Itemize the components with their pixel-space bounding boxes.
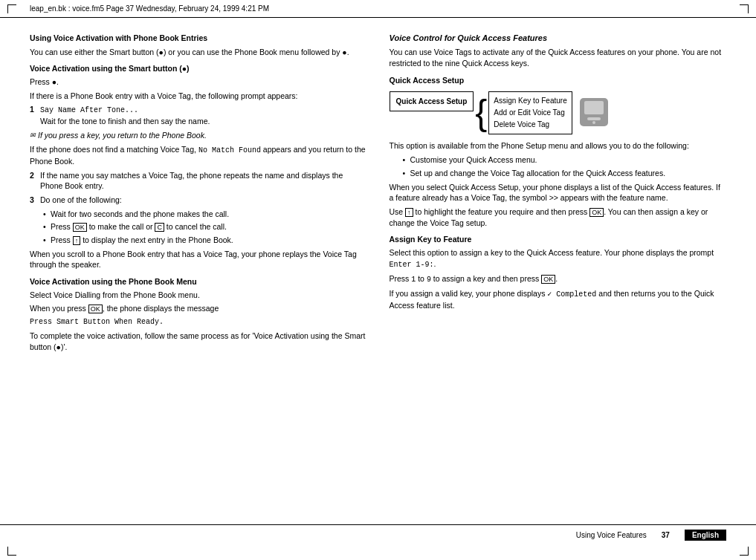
page-footer: Using Voice Features 37 English	[0, 524, 756, 545]
phone-icon-area	[578, 97, 610, 131]
steps-list: 1 Say Name After Tone... Wait for the to…	[30, 104, 367, 127]
when-select-qa: When you select Quick Access Setup, your…	[390, 182, 727, 204]
step-num-2: 2	[30, 170, 37, 192]
press-smart-code: Press Smart Button When Ready.	[30, 317, 367, 328]
step-1: 1 Say Name After Tone... Wait for the to…	[30, 104, 367, 127]
option-available: This option is available from the Phone …	[390, 140, 727, 152]
corner-mark-bl	[7, 547, 16, 556]
footer-left-text: Using Voice Features	[576, 531, 647, 539]
complete-process: To complete the voice activation, follow…	[30, 331, 367, 352]
voice-smart-btn-title: Voice Activation using the Smart button …	[30, 63, 367, 74]
bullet-ok: Press OK to make the call or C to cancel…	[43, 221, 367, 232]
bullet-scroll: Press ↑ to display the next entry in the…	[43, 235, 367, 246]
svg-point-3	[592, 121, 595, 124]
step-3-content: Do one of the following:	[40, 195, 122, 206]
step-2-content: If the name you say matches a Voice Tag,…	[40, 170, 367, 192]
steps-list-2: 2 If the name you say matches a Voice Ta…	[30, 170, 367, 206]
qa-menu-items: Assign Key to Feature Add or Edit Voice …	[488, 91, 572, 134]
step-2: 2 If the name you say matches a Voice Ta…	[30, 170, 367, 192]
note-icon: ✉	[30, 131, 36, 140]
use-arrow: Use ↑ to highlight the feature you requi…	[390, 206, 727, 228]
valid-key-body: If you assign a valid key, your phone di…	[390, 288, 727, 311]
left-column: Using Voice Activation with Phone Book E…	[30, 33, 367, 509]
page-header: leap_en.bk : voice.fm5 Page 37 Wednesday…	[0, 0, 756, 18]
left-section-title: Using Voice Activation with Phone Book E…	[30, 33, 367, 44]
assign-key-title: Assign Key to Feature	[390, 234, 727, 245]
right-section-title: Voice Control for Quick Access Features	[390, 33, 727, 44]
press-1-to-9: Press 1 to 9 to assign a key and then pr…	[390, 273, 727, 285]
qa-bullets: Customise your Quick Access menu. Set up…	[398, 154, 727, 178]
assign-key-body1: Select this option to assign a key to th…	[390, 247, 727, 270]
footer-language: English	[685, 530, 726, 541]
note-line: ✉ If you press a key, you return to the …	[30, 130, 367, 141]
step-num-3: 3	[30, 195, 37, 206]
right-body1: You can use Voice Tags to activate any o…	[390, 47, 727, 68]
corner-mark-tr	[740, 4, 749, 13]
footer-page-number: 37	[662, 531, 670, 539]
note-text: If you press a key, you return to the Ph…	[38, 130, 207, 141]
corner-mark-tl	[7, 4, 16, 13]
press-circle: Press ●.	[30, 76, 367, 88]
when-press-ok: When you press OK, the phone displays th…	[30, 303, 367, 314]
right-column: Voice Control for Quick Access Features …	[390, 33, 727, 509]
svg-rect-2	[587, 117, 601, 120]
no-match-text: If the phone does not find a matching Vo…	[30, 144, 367, 167]
step-1-content: Say Name After Tone... Wait for the tone…	[40, 104, 210, 127]
voice-phonebook-title: Voice Activation using the Phone Book Me…	[30, 276, 367, 287]
step-num-1: 1	[30, 104, 37, 127]
brace-icon: {	[475, 95, 487, 131]
header-text: leap_en.bk : voice.fm5 Page 37 Wednesday…	[30, 4, 269, 13]
main-content: Using Voice Activation with Phone Book E…	[0, 18, 756, 524]
step-3: 3 Do one of the following:	[30, 195, 367, 206]
qa-bullet-2: Set up and change the Voice Tag allocati…	[403, 168, 727, 179]
scroll-voicetag: When you scroll to a Phone Book entry th…	[30, 249, 367, 270]
action-bullets: Wait for two seconds and the phone makes…	[39, 209, 367, 246]
quick-access-diagram: Quick Access Setup { Assign Key to Featu…	[390, 91, 727, 134]
step-1-code: Say Name After Tone...	[40, 106, 138, 114]
svg-rect-1	[584, 101, 604, 114]
qa-bullet-1: Customise your Quick Access menu.	[403, 154, 727, 166]
select-voice-dialling: Select Voice Dialling from the Phone Boo…	[30, 290, 367, 301]
left-body1: You can use either the Smart button (●) …	[30, 47, 367, 58]
menu-item-3: Delete Voice Tag	[494, 119, 566, 131]
corner-mark-br	[740, 547, 749, 556]
quick-access-setup-title: Quick Access Setup	[390, 75, 727, 86]
menu-item-2: Add or Edit Voice Tag	[494, 107, 566, 119]
phone-device-icon	[578, 97, 610, 128]
prompt-appears: If there is a Phone Book entry with a Vo…	[30, 91, 367, 102]
bullet-wait: Wait for two seconds and the phone makes…	[43, 209, 367, 220]
qa-box-label: Quick Access Setup	[396, 97, 468, 105]
qa-box: Quick Access Setup	[390, 91, 474, 111]
menu-item-1: Assign Key to Feature	[494, 95, 566, 107]
